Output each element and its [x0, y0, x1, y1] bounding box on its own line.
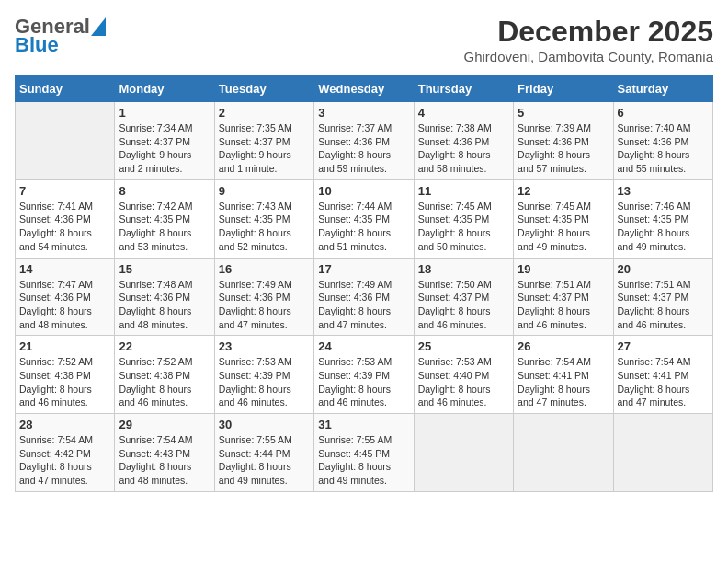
day-number: 18 — [418, 262, 509, 276]
calendar-cell: 6Sunrise: 7:40 AM Sunset: 4:36 PM Daylig… — [613, 102, 712, 180]
day-number: 1 — [119, 106, 210, 120]
day-info: Sunrise: 7:45 AM Sunset: 4:35 PM Dayligh… — [418, 200, 509, 254]
day-number: 9 — [219, 184, 310, 198]
day-number: 8 — [119, 184, 210, 198]
day-info: Sunrise: 7:53 AM Sunset: 4:39 PM Dayligh… — [219, 355, 310, 409]
calendar-cell: 31Sunrise: 7:55 AM Sunset: 4:45 PM Dayli… — [314, 414, 414, 492]
day-number: 11 — [418, 184, 509, 198]
day-info: Sunrise: 7:52 AM Sunset: 4:38 PM Dayligh… — [119, 355, 210, 409]
weekday-header: Monday — [115, 76, 214, 102]
day-info: Sunrise: 7:52 AM Sunset: 4:38 PM Dayligh… — [19, 355, 110, 409]
calendar-cell: 22Sunrise: 7:52 AM Sunset: 4:38 PM Dayli… — [115, 336, 214, 414]
weekday-header: Thursday — [414, 76, 513, 102]
day-info: Sunrise: 7:44 AM Sunset: 4:35 PM Dayligh… — [318, 200, 409, 254]
day-number: 19 — [518, 262, 609, 276]
calendar-cell: 2Sunrise: 7:35 AM Sunset: 4:37 PM Daylig… — [214, 102, 313, 180]
calendar-cell: 29Sunrise: 7:54 AM Sunset: 4:43 PM Dayli… — [115, 414, 214, 492]
day-number: 2 — [219, 106, 310, 120]
calendar-cell: 27Sunrise: 7:54 AM Sunset: 4:41 PM Dayli… — [613, 336, 712, 414]
day-info: Sunrise: 7:39 AM Sunset: 4:36 PM Dayligh… — [518, 121, 609, 176]
day-number: 26 — [518, 339, 609, 353]
day-number: 5 — [518, 106, 609, 120]
day-number: 30 — [219, 418, 310, 431]
calendar-week-row: 28Sunrise: 7:54 AM Sunset: 4:42 PM Dayli… — [16, 414, 713, 492]
day-info: Sunrise: 7:46 AM Sunset: 4:35 PM Dayligh… — [618, 200, 709, 254]
calendar-cell: 15Sunrise: 7:48 AM Sunset: 4:36 PM Dayli… — [115, 258, 214, 336]
day-number: 31 — [318, 418, 409, 431]
calendar-cell — [514, 414, 613, 492]
day-info: Sunrise: 7:53 AM Sunset: 4:40 PM Dayligh… — [418, 355, 509, 409]
day-info: Sunrise: 7:51 AM Sunset: 4:37 PM Dayligh… — [618, 278, 709, 332]
weekday-header: Wednesday — [314, 76, 414, 102]
day-number: 14 — [19, 262, 110, 276]
page-subtitle: Ghirdoveni, Dambovita County, Romania — [463, 49, 713, 64]
calendar-cell: 28Sunrise: 7:54 AM Sunset: 4:42 PM Dayli… — [16, 414, 115, 492]
day-info: Sunrise: 7:55 AM Sunset: 4:45 PM Dayligh… — [318, 433, 409, 488]
day-info: Sunrise: 7:49 AM Sunset: 4:36 PM Dayligh… — [219, 278, 310, 332]
day-info: Sunrise: 7:37 AM Sunset: 4:36 PM Dayligh… — [318, 121, 409, 176]
day-number: 3 — [318, 106, 409, 120]
calendar-cell — [16, 102, 115, 180]
calendar-week-row: 14Sunrise: 7:47 AM Sunset: 4:36 PM Dayli… — [16, 258, 713, 336]
day-info: Sunrise: 7:35 AM Sunset: 4:37 PM Dayligh… — [219, 121, 310, 176]
day-info: Sunrise: 7:51 AM Sunset: 4:37 PM Dayligh… — [518, 278, 609, 332]
calendar-cell: 8Sunrise: 7:42 AM Sunset: 4:35 PM Daylig… — [115, 179, 214, 258]
day-number: 23 — [219, 339, 310, 353]
day-number: 22 — [119, 339, 210, 353]
day-number: 21 — [19, 339, 110, 353]
day-info: Sunrise: 7:43 AM Sunset: 4:35 PM Dayligh… — [219, 200, 310, 254]
logo: General Blue — [15, 15, 107, 57]
calendar-cell: 24Sunrise: 7:53 AM Sunset: 4:39 PM Dayli… — [314, 336, 414, 414]
calendar-cell: 7Sunrise: 7:41 AM Sunset: 4:36 PM Daylig… — [16, 179, 115, 258]
calendar-cell: 10Sunrise: 7:44 AM Sunset: 4:35 PM Dayli… — [314, 179, 414, 258]
day-number: 16 — [219, 262, 310, 276]
day-info: Sunrise: 7:55 AM Sunset: 4:44 PM Dayligh… — [219, 433, 310, 488]
day-number: 10 — [318, 184, 409, 198]
calendar-table: SundayMondayTuesdayWednesdayThursdayFrid… — [15, 75, 713, 492]
calendar-cell: 18Sunrise: 7:50 AM Sunset: 4:37 PM Dayli… — [414, 258, 513, 336]
calendar-cell: 20Sunrise: 7:51 AM Sunset: 4:37 PM Dayli… — [613, 258, 712, 336]
day-info: Sunrise: 7:54 AM Sunset: 4:42 PM Dayligh… — [19, 433, 110, 488]
day-info: Sunrise: 7:45 AM Sunset: 4:35 PM Dayligh… — [518, 200, 609, 254]
calendar-cell: 14Sunrise: 7:47 AM Sunset: 4:36 PM Dayli… — [16, 258, 115, 336]
page-header: General Blue December 2025 Ghirdoveni, D… — [15, 15, 713, 64]
title-block: December 2025 Ghirdoveni, Dambovita Coun… — [463, 15, 713, 64]
day-info: Sunrise: 7:54 AM Sunset: 4:41 PM Dayligh… — [618, 355, 709, 409]
calendar-cell: 21Sunrise: 7:52 AM Sunset: 4:38 PM Dayli… — [16, 336, 115, 414]
logo-triangle-icon — [91, 17, 106, 36]
weekday-header-row: SundayMondayTuesdayWednesdayThursdayFrid… — [16, 76, 713, 102]
day-number: 4 — [418, 106, 509, 120]
calendar-cell: 13Sunrise: 7:46 AM Sunset: 4:35 PM Dayli… — [613, 179, 712, 258]
day-info: Sunrise: 7:54 AM Sunset: 4:43 PM Dayligh… — [119, 433, 210, 488]
calendar-cell — [613, 414, 712, 492]
calendar-cell: 1Sunrise: 7:34 AM Sunset: 4:37 PM Daylig… — [115, 102, 214, 180]
calendar-cell: 9Sunrise: 7:43 AM Sunset: 4:35 PM Daylig… — [214, 179, 313, 258]
day-number: 15 — [119, 262, 210, 276]
weekday-header: Friday — [514, 76, 613, 102]
calendar-cell: 4Sunrise: 7:38 AM Sunset: 4:36 PM Daylig… — [414, 102, 513, 180]
day-info: Sunrise: 7:49 AM Sunset: 4:36 PM Dayligh… — [318, 278, 409, 332]
calendar-week-row: 21Sunrise: 7:52 AM Sunset: 4:38 PM Dayli… — [16, 336, 713, 414]
weekday-header: Sunday — [16, 76, 115, 102]
calendar-cell: 17Sunrise: 7:49 AM Sunset: 4:36 PM Dayli… — [314, 258, 414, 336]
day-info: Sunrise: 7:40 AM Sunset: 4:36 PM Dayligh… — [618, 121, 709, 176]
day-number: 24 — [318, 339, 409, 353]
day-info: Sunrise: 7:48 AM Sunset: 4:36 PM Dayligh… — [119, 278, 210, 332]
svg-marker-0 — [91, 17, 106, 36]
day-number: 12 — [518, 184, 609, 198]
logo-blue: Blue — [15, 33, 59, 57]
day-number: 7 — [19, 184, 110, 198]
calendar-cell: 11Sunrise: 7:45 AM Sunset: 4:35 PM Dayli… — [414, 179, 513, 258]
day-number: 29 — [119, 418, 210, 431]
day-info: Sunrise: 7:38 AM Sunset: 4:36 PM Dayligh… — [418, 121, 509, 176]
calendar-cell — [414, 414, 513, 492]
day-number: 25 — [418, 339, 509, 353]
day-info: Sunrise: 7:47 AM Sunset: 4:36 PM Dayligh… — [19, 278, 110, 332]
calendar-cell: 19Sunrise: 7:51 AM Sunset: 4:37 PM Dayli… — [514, 258, 613, 336]
day-number: 13 — [618, 184, 709, 198]
day-number: 28 — [19, 418, 110, 431]
day-info: Sunrise: 7:41 AM Sunset: 4:36 PM Dayligh… — [19, 200, 110, 254]
calendar-cell: 3Sunrise: 7:37 AM Sunset: 4:36 PM Daylig… — [314, 102, 414, 180]
calendar-week-row: 7Sunrise: 7:41 AM Sunset: 4:36 PM Daylig… — [16, 179, 713, 258]
weekday-header: Tuesday — [214, 76, 313, 102]
